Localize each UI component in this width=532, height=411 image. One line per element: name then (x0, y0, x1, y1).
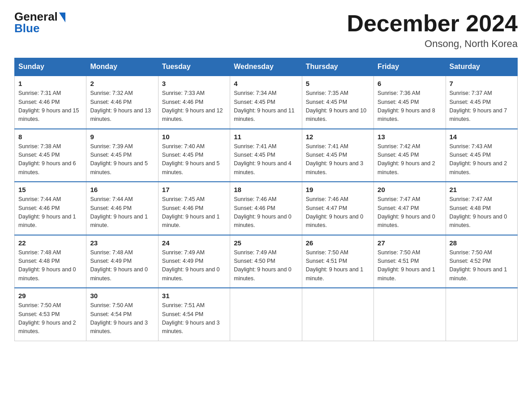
calendar-week-row: 29Sunrise: 7:50 AMSunset: 4:53 PMDayligh… (15, 288, 518, 341)
calendar-cell: 4Sunrise: 7:34 AMSunset: 4:45 PMDaylight… (230, 76, 302, 129)
calendar-cell: 1Sunrise: 7:31 AMSunset: 4:46 PMDaylight… (15, 76, 86, 129)
calendar-cell: 5Sunrise: 7:35 AMSunset: 4:45 PMDaylight… (302, 76, 373, 129)
calendar-cell: 17Sunrise: 7:45 AMSunset: 4:46 PMDayligh… (158, 182, 230, 235)
day-number: 25 (234, 239, 298, 247)
day-number: 12 (306, 133, 370, 141)
day-info: Sunrise: 7:43 AMSunset: 4:45 PMDaylight:… (450, 142, 514, 177)
day-number: 10 (162, 133, 226, 141)
day-info: Sunrise: 7:32 AMSunset: 4:46 PMDaylight:… (90, 89, 154, 124)
title-block: December 2024 Onsong, North Korea (347, 11, 518, 50)
day-number: 19 (306, 186, 370, 193)
calendar-cell: 26Sunrise: 7:50 AMSunset: 4:51 PMDayligh… (302, 235, 373, 288)
calendar-cell (302, 288, 373, 341)
day-info: Sunrise: 7:49 AMSunset: 4:50 PMDaylight:… (234, 248, 298, 283)
day-info: Sunrise: 7:44 AMSunset: 4:46 PMDaylight:… (18, 195, 82, 230)
calendar-header-tuesday: Tuesday (158, 58, 230, 76)
calendar-cell: 14Sunrise: 7:43 AMSunset: 4:45 PMDayligh… (446, 129, 517, 182)
calendar-header-sunday: Sunday (15, 58, 86, 76)
day-number: 20 (378, 186, 442, 193)
page-header: General Blue December 2024 Onsong, North… (14, 11, 518, 50)
day-number: 14 (450, 133, 514, 141)
day-number: 18 (234, 186, 298, 193)
day-number: 1 (18, 80, 82, 87)
day-info: Sunrise: 7:38 AMSunset: 4:45 PMDaylight:… (18, 142, 82, 177)
day-number: 11 (234, 133, 298, 141)
calendar-week-row: 15Sunrise: 7:44 AMSunset: 4:46 PMDayligh… (15, 182, 518, 235)
calendar-cell: 19Sunrise: 7:46 AMSunset: 4:47 PMDayligh… (302, 182, 373, 235)
day-number: 28 (450, 239, 514, 247)
calendar-cell: 8Sunrise: 7:38 AMSunset: 4:45 PMDaylight… (15, 129, 86, 182)
calendar-header-saturday: Saturday (446, 58, 517, 76)
calendar-cell: 18Sunrise: 7:46 AMSunset: 4:46 PMDayligh… (230, 182, 302, 235)
day-info: Sunrise: 7:46 AMSunset: 4:46 PMDaylight:… (234, 195, 298, 230)
day-info: Sunrise: 7:50 AMSunset: 4:53 PMDaylight:… (18, 301, 82, 336)
calendar-cell (446, 288, 517, 341)
day-number: 5 (306, 80, 370, 87)
calendar-header-wednesday: Wednesday (230, 58, 302, 76)
day-number: 17 (162, 186, 226, 193)
day-number: 6 (378, 80, 442, 87)
day-number: 21 (450, 186, 514, 193)
calendar-cell: 23Sunrise: 7:48 AMSunset: 4:49 PMDayligh… (86, 235, 158, 288)
calendar-cell (230, 288, 302, 341)
day-info: Sunrise: 7:49 AMSunset: 4:49 PMDaylight:… (162, 248, 226, 283)
calendar-cell: 31Sunrise: 7:51 AMSunset: 4:54 PMDayligh… (158, 288, 230, 341)
day-info: Sunrise: 7:50 AMSunset: 4:52 PMDaylight:… (450, 248, 514, 283)
day-info: Sunrise: 7:44 AMSunset: 4:46 PMDaylight:… (90, 195, 154, 230)
day-info: Sunrise: 7:42 AMSunset: 4:45 PMDaylight:… (378, 142, 442, 177)
calendar-cell: 21Sunrise: 7:47 AMSunset: 4:48 PMDayligh… (446, 182, 517, 235)
day-number: 15 (18, 186, 82, 193)
calendar-header-row: SundayMondayTuesdayWednesdayThursdayFrid… (15, 58, 518, 76)
day-number: 9 (90, 133, 154, 141)
day-number: 7 (450, 80, 514, 87)
calendar-week-row: 8Sunrise: 7:38 AMSunset: 4:45 PMDaylight… (15, 129, 518, 182)
calendar-cell: 15Sunrise: 7:44 AMSunset: 4:46 PMDayligh… (15, 182, 86, 235)
day-info: Sunrise: 7:41 AMSunset: 4:45 PMDaylight:… (234, 142, 298, 177)
day-info: Sunrise: 7:39 AMSunset: 4:45 PMDaylight:… (90, 142, 154, 177)
day-info: Sunrise: 7:31 AMSunset: 4:46 PMDaylight:… (18, 89, 82, 124)
logo: General Blue (14, 11, 65, 34)
logo-triangle-icon (59, 13, 65, 22)
calendar-cell: 13Sunrise: 7:42 AMSunset: 4:45 PMDayligh… (374, 129, 446, 182)
day-info: Sunrise: 7:47 AMSunset: 4:47 PMDaylight:… (378, 195, 442, 230)
calendar-cell: 9Sunrise: 7:39 AMSunset: 4:45 PMDaylight… (86, 129, 158, 182)
calendar-cell: 16Sunrise: 7:44 AMSunset: 4:46 PMDayligh… (86, 182, 158, 235)
day-number: 8 (18, 133, 82, 141)
calendar-cell: 25Sunrise: 7:49 AMSunset: 4:50 PMDayligh… (230, 235, 302, 288)
day-info: Sunrise: 7:46 AMSunset: 4:47 PMDaylight:… (306, 195, 370, 230)
day-number: 31 (162, 292, 226, 300)
calendar-header-thursday: Thursday (302, 58, 373, 76)
calendar-week-row: 22Sunrise: 7:48 AMSunset: 4:48 PMDayligh… (15, 235, 518, 288)
calendar-header-monday: Monday (86, 58, 158, 76)
calendar-cell: 30Sunrise: 7:50 AMSunset: 4:54 PMDayligh… (86, 288, 158, 341)
day-number: 29 (18, 292, 82, 300)
calendar-cell: 27Sunrise: 7:50 AMSunset: 4:51 PMDayligh… (374, 235, 446, 288)
calendar-cell (374, 288, 446, 341)
day-info: Sunrise: 7:41 AMSunset: 4:45 PMDaylight:… (306, 142, 370, 177)
calendar-cell: 24Sunrise: 7:49 AMSunset: 4:49 PMDayligh… (158, 235, 230, 288)
day-number: 2 (90, 80, 154, 87)
calendar-cell: 6Sunrise: 7:36 AMSunset: 4:45 PMDaylight… (374, 76, 446, 129)
month-title: December 2024 (347, 11, 518, 36)
day-number: 23 (90, 239, 154, 247)
day-number: 3 (162, 80, 226, 87)
calendar-cell: 2Sunrise: 7:32 AMSunset: 4:46 PMDaylight… (86, 76, 158, 129)
calendar-cell: 20Sunrise: 7:47 AMSunset: 4:47 PMDayligh… (374, 182, 446, 235)
day-number: 27 (378, 239, 442, 247)
calendar-cell: 29Sunrise: 7:50 AMSunset: 4:53 PMDayligh… (15, 288, 86, 341)
day-info: Sunrise: 7:50 AMSunset: 4:51 PMDaylight:… (306, 248, 370, 283)
day-info: Sunrise: 7:37 AMSunset: 4:45 PMDaylight:… (450, 89, 514, 124)
calendar-cell: 3Sunrise: 7:33 AMSunset: 4:46 PMDaylight… (158, 76, 230, 129)
day-number: 30 (90, 292, 154, 300)
calendar-cell: 7Sunrise: 7:37 AMSunset: 4:45 PMDaylight… (446, 76, 517, 129)
day-info: Sunrise: 7:36 AMSunset: 4:45 PMDaylight:… (378, 89, 442, 124)
day-number: 13 (378, 133, 442, 141)
day-info: Sunrise: 7:50 AMSunset: 4:51 PMDaylight:… (378, 248, 442, 283)
day-info: Sunrise: 7:35 AMSunset: 4:45 PMDaylight:… (306, 89, 370, 124)
day-info: Sunrise: 7:48 AMSunset: 4:49 PMDaylight:… (90, 248, 154, 283)
day-number: 24 (162, 239, 226, 247)
day-number: 4 (234, 80, 298, 87)
day-number: 26 (306, 239, 370, 247)
location-title: Onsong, North Korea (347, 38, 518, 50)
day-info: Sunrise: 7:48 AMSunset: 4:48 PMDaylight:… (18, 248, 82, 283)
